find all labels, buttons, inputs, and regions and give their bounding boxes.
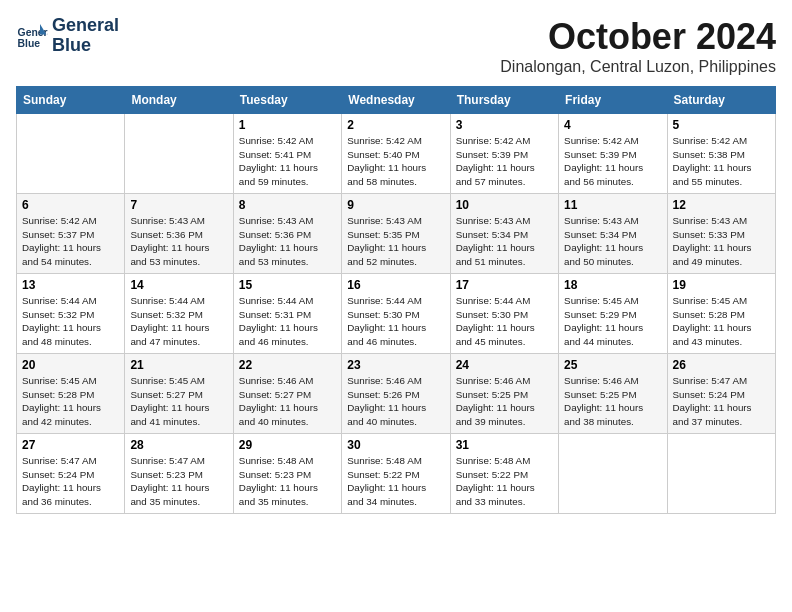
- cell-content: Sunrise: 5:46 AM Sunset: 5:27 PM Dayligh…: [239, 374, 336, 429]
- day-number: 23: [347, 358, 444, 372]
- day-number: 7: [130, 198, 227, 212]
- svg-text:Blue: Blue: [18, 38, 41, 49]
- day-number: 1: [239, 118, 336, 132]
- calendar-cell: 30Sunrise: 5:48 AM Sunset: 5:22 PM Dayli…: [342, 434, 450, 514]
- cell-content: Sunrise: 5:45 AM Sunset: 5:29 PM Dayligh…: [564, 294, 661, 349]
- calendar-cell: 24Sunrise: 5:46 AM Sunset: 5:25 PM Dayli…: [450, 354, 558, 434]
- cell-content: Sunrise: 5:43 AM Sunset: 5:36 PM Dayligh…: [130, 214, 227, 269]
- calendar-cell: 16Sunrise: 5:44 AM Sunset: 5:30 PM Dayli…: [342, 274, 450, 354]
- day-number: 6: [22, 198, 119, 212]
- calendar-cell: 1Sunrise: 5:42 AM Sunset: 5:41 PM Daylig…: [233, 114, 341, 194]
- calendar-cell: 12Sunrise: 5:43 AM Sunset: 5:33 PM Dayli…: [667, 194, 775, 274]
- calendar-cell: [667, 434, 775, 514]
- calendar-header-row: SundayMondayTuesdayWednesdayThursdayFrid…: [17, 87, 776, 114]
- calendar-cell: 29Sunrise: 5:48 AM Sunset: 5:23 PM Dayli…: [233, 434, 341, 514]
- calendar-cell: 22Sunrise: 5:46 AM Sunset: 5:27 PM Dayli…: [233, 354, 341, 434]
- calendar-cell: 18Sunrise: 5:45 AM Sunset: 5:29 PM Dayli…: [559, 274, 667, 354]
- calendar-cell: 7Sunrise: 5:43 AM Sunset: 5:36 PM Daylig…: [125, 194, 233, 274]
- logo-icon: General Blue: [16, 20, 48, 52]
- cell-content: Sunrise: 5:42 AM Sunset: 5:38 PM Dayligh…: [673, 134, 770, 189]
- day-header-tuesday: Tuesday: [233, 87, 341, 114]
- cell-content: Sunrise: 5:47 AM Sunset: 5:24 PM Dayligh…: [22, 454, 119, 509]
- cell-content: Sunrise: 5:47 AM Sunset: 5:24 PM Dayligh…: [673, 374, 770, 429]
- day-number: 26: [673, 358, 770, 372]
- calendar-cell: 21Sunrise: 5:45 AM Sunset: 5:27 PM Dayli…: [125, 354, 233, 434]
- calendar-cell: 15Sunrise: 5:44 AM Sunset: 5:31 PM Dayli…: [233, 274, 341, 354]
- day-number: 22: [239, 358, 336, 372]
- day-header-thursday: Thursday: [450, 87, 558, 114]
- cell-content: Sunrise: 5:43 AM Sunset: 5:35 PM Dayligh…: [347, 214, 444, 269]
- calendar-body: 1Sunrise: 5:42 AM Sunset: 5:41 PM Daylig…: [17, 114, 776, 514]
- day-number: 31: [456, 438, 553, 452]
- cell-content: Sunrise: 5:48 AM Sunset: 5:22 PM Dayligh…: [347, 454, 444, 509]
- day-number: 4: [564, 118, 661, 132]
- logo: General Blue General Blue: [16, 16, 119, 56]
- calendar-cell: 2Sunrise: 5:42 AM Sunset: 5:40 PM Daylig…: [342, 114, 450, 194]
- day-number: 12: [673, 198, 770, 212]
- day-number: 24: [456, 358, 553, 372]
- calendar-cell: 26Sunrise: 5:47 AM Sunset: 5:24 PM Dayli…: [667, 354, 775, 434]
- calendar-cell: 28Sunrise: 5:47 AM Sunset: 5:23 PM Dayli…: [125, 434, 233, 514]
- calendar-cell: [17, 114, 125, 194]
- month-title: October 2024: [500, 16, 776, 58]
- cell-content: Sunrise: 5:43 AM Sunset: 5:33 PM Dayligh…: [673, 214, 770, 269]
- calendar-cell: 8Sunrise: 5:43 AM Sunset: 5:36 PM Daylig…: [233, 194, 341, 274]
- day-number: 21: [130, 358, 227, 372]
- calendar-cell: [559, 434, 667, 514]
- calendar-week-1: 1Sunrise: 5:42 AM Sunset: 5:41 PM Daylig…: [17, 114, 776, 194]
- calendar-cell: 27Sunrise: 5:47 AM Sunset: 5:24 PM Dayli…: [17, 434, 125, 514]
- day-number: 2: [347, 118, 444, 132]
- cell-content: Sunrise: 5:44 AM Sunset: 5:31 PM Dayligh…: [239, 294, 336, 349]
- calendar-cell: 20Sunrise: 5:45 AM Sunset: 5:28 PM Dayli…: [17, 354, 125, 434]
- day-number: 17: [456, 278, 553, 292]
- day-number: 27: [22, 438, 119, 452]
- calendar-cell: 3Sunrise: 5:42 AM Sunset: 5:39 PM Daylig…: [450, 114, 558, 194]
- cell-content: Sunrise: 5:43 AM Sunset: 5:34 PM Dayligh…: [564, 214, 661, 269]
- day-header-monday: Monday: [125, 87, 233, 114]
- day-header-saturday: Saturday: [667, 87, 775, 114]
- day-number: 3: [456, 118, 553, 132]
- calendar-cell: 19Sunrise: 5:45 AM Sunset: 5:28 PM Dayli…: [667, 274, 775, 354]
- cell-content: Sunrise: 5:45 AM Sunset: 5:27 PM Dayligh…: [130, 374, 227, 429]
- day-header-wednesday: Wednesday: [342, 87, 450, 114]
- cell-content: Sunrise: 5:48 AM Sunset: 5:22 PM Dayligh…: [456, 454, 553, 509]
- cell-content: Sunrise: 5:45 AM Sunset: 5:28 PM Dayligh…: [673, 294, 770, 349]
- calendar-cell: 31Sunrise: 5:48 AM Sunset: 5:22 PM Dayli…: [450, 434, 558, 514]
- day-number: 5: [673, 118, 770, 132]
- day-number: 15: [239, 278, 336, 292]
- calendar-cell: 13Sunrise: 5:44 AM Sunset: 5:32 PM Dayli…: [17, 274, 125, 354]
- page-header: General Blue General Blue October 2024 D…: [16, 16, 776, 76]
- day-header-sunday: Sunday: [17, 87, 125, 114]
- cell-content: Sunrise: 5:43 AM Sunset: 5:34 PM Dayligh…: [456, 214, 553, 269]
- day-number: 16: [347, 278, 444, 292]
- cell-content: Sunrise: 5:42 AM Sunset: 5:41 PM Dayligh…: [239, 134, 336, 189]
- day-number: 18: [564, 278, 661, 292]
- cell-content: Sunrise: 5:46 AM Sunset: 5:25 PM Dayligh…: [564, 374, 661, 429]
- cell-content: Sunrise: 5:44 AM Sunset: 5:32 PM Dayligh…: [22, 294, 119, 349]
- day-number: 28: [130, 438, 227, 452]
- calendar-cell: 17Sunrise: 5:44 AM Sunset: 5:30 PM Dayli…: [450, 274, 558, 354]
- day-number: 14: [130, 278, 227, 292]
- cell-content: Sunrise: 5:42 AM Sunset: 5:40 PM Dayligh…: [347, 134, 444, 189]
- day-number: 9: [347, 198, 444, 212]
- day-number: 30: [347, 438, 444, 452]
- cell-content: Sunrise: 5:43 AM Sunset: 5:36 PM Dayligh…: [239, 214, 336, 269]
- title-block: October 2024 Dinalongan, Central Luzon, …: [500, 16, 776, 76]
- day-number: 25: [564, 358, 661, 372]
- calendar-cell: [125, 114, 233, 194]
- cell-content: Sunrise: 5:44 AM Sunset: 5:32 PM Dayligh…: [130, 294, 227, 349]
- cell-content: Sunrise: 5:42 AM Sunset: 5:39 PM Dayligh…: [564, 134, 661, 189]
- calendar-week-2: 6Sunrise: 5:42 AM Sunset: 5:37 PM Daylig…: [17, 194, 776, 274]
- calendar-cell: 10Sunrise: 5:43 AM Sunset: 5:34 PM Dayli…: [450, 194, 558, 274]
- day-number: 10: [456, 198, 553, 212]
- cell-content: Sunrise: 5:48 AM Sunset: 5:23 PM Dayligh…: [239, 454, 336, 509]
- day-number: 13: [22, 278, 119, 292]
- cell-content: Sunrise: 5:42 AM Sunset: 5:37 PM Dayligh…: [22, 214, 119, 269]
- calendar-cell: 14Sunrise: 5:44 AM Sunset: 5:32 PM Dayli…: [125, 274, 233, 354]
- calendar-week-4: 20Sunrise: 5:45 AM Sunset: 5:28 PM Dayli…: [17, 354, 776, 434]
- calendar-cell: 5Sunrise: 5:42 AM Sunset: 5:38 PM Daylig…: [667, 114, 775, 194]
- cell-content: Sunrise: 5:44 AM Sunset: 5:30 PM Dayligh…: [347, 294, 444, 349]
- cell-content: Sunrise: 5:46 AM Sunset: 5:26 PM Dayligh…: [347, 374, 444, 429]
- day-number: 29: [239, 438, 336, 452]
- day-number: 20: [22, 358, 119, 372]
